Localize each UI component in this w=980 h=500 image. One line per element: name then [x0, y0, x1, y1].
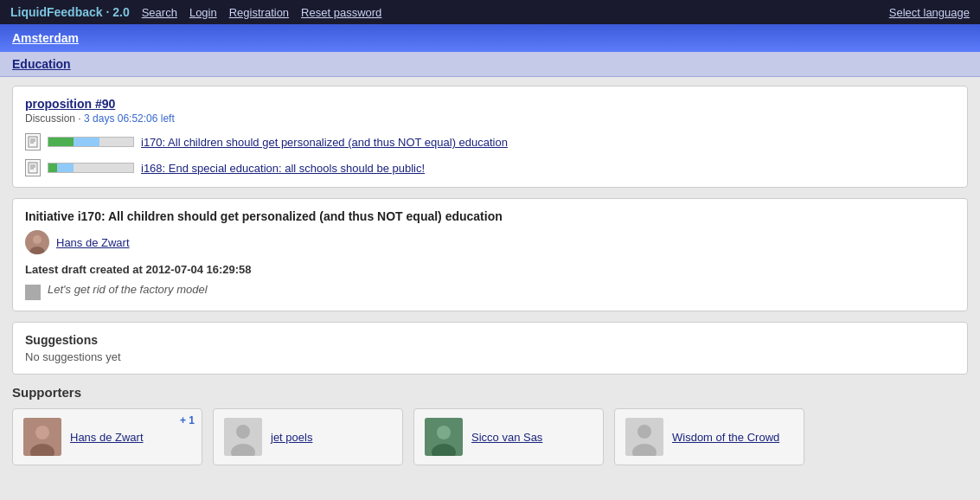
initiative-i170-anchor[interactable]: i170: All children should get personaliz…	[141, 136, 508, 149]
supporter-link-jet[interactable]: jet poels	[271, 431, 312, 444]
supporter-card-sicco: Sicco van Sas	[413, 408, 604, 465]
svg-point-21	[637, 425, 651, 439]
initiative-detail-title: Initiative i170: All children should get…	[25, 209, 955, 223]
supporter-avatar-sicco	[425, 418, 463, 456]
discussion-info: Discussion · 3 days 06:52:06 left	[25, 112, 955, 125]
summary-row: Let's get rid of the factory model	[25, 283, 955, 300]
supporter-avatar-hans	[23, 418, 61, 456]
login-link[interactable]: Login	[189, 6, 217, 19]
proposition-title: proposition #90	[25, 97, 955, 111]
summary-icon	[25, 285, 41, 300]
top-navigation: LiquidFeedback · 2.0 Search Login Regist…	[0, 0, 980, 24]
category-link[interactable]: Education	[12, 57, 71, 71]
proposition-link[interactable]: proposition #90	[25, 97, 115, 111]
suggestions-empty: No suggestions yet	[25, 350, 955, 363]
supporter-card-hans: Hans de Zwart + 1	[12, 408, 202, 465]
summary-text: Let's get rid of the factory model	[48, 283, 208, 296]
supporter-name-jet: jet poels	[271, 431, 312, 444]
author-avatar	[25, 230, 49, 254]
nav-left: LiquidFeedback · 2.0 Search Login Regist…	[10, 5, 381, 19]
city-banner: Amsterdam	[0, 24, 980, 52]
svg-point-9	[33, 235, 42, 244]
city-link[interactable]: Amsterdam	[12, 31, 79, 45]
registration-link[interactable]: Registration	[229, 6, 289, 19]
progress-bar-i168	[48, 163, 134, 173]
suggestions-title: Suggestions	[25, 333, 955, 347]
author-link[interactable]: Hans de Zwart	[56, 236, 130, 249]
time-left: 3 days 06:52:06 left	[84, 112, 175, 125]
supporter-avatar-wisdom	[625, 418, 663, 456]
svg-point-18	[437, 426, 451, 439]
supporters-heading: Supporters	[12, 385, 968, 400]
supporter-badge-hans: + 1	[180, 414, 195, 426]
supporter-link-sicco[interactable]: Sicco van Sas	[471, 431, 542, 444]
supporters-grid: Hans de Zwart + 1 jet poels	[12, 408, 968, 465]
author-row: Hans de Zwart	[25, 230, 955, 254]
supporter-name-wisdom: Wisdom of the Crowd	[672, 431, 779, 444]
initiative-row-i170: i170: All children should get personaliz…	[25, 133, 955, 151]
author-name: Hans de Zwart	[56, 236, 130, 249]
initiative-icon-i168	[25, 159, 41, 176]
initiative-i168-anchor[interactable]: i168: End special education: all schools…	[141, 162, 425, 175]
initiative-link-i170: i170: All children should get personaliz…	[141, 136, 508, 149]
supporter-card-wisdom: Wisdom of the Crowd	[614, 408, 804, 465]
discussion-prefix: Discussion ·	[25, 112, 84, 125]
brand-link[interactable]: LiquidFeedback · 2.0	[10, 5, 130, 19]
initiative-link-i168: i168: End special education: all schools…	[141, 162, 425, 175]
language-select[interactable]: Select language	[889, 6, 970, 19]
supporter-link-hans[interactable]: Hans de Zwart	[70, 431, 144, 444]
category-section: Education	[0, 52, 980, 77]
initiative-icon-i170	[25, 133, 41, 151]
supporter-name-sicco: Sicco van Sas	[471, 431, 542, 444]
supporters-section: Supporters Hans de Zwart + 1	[12, 385, 968, 465]
svg-point-15	[236, 425, 250, 439]
draft-info: Latest draft created at 2012-07-04 16:29…	[25, 263, 955, 276]
supporter-card-jet: jet poels	[213, 408, 403, 465]
progress-bar-i170	[48, 137, 134, 147]
initiative-row-i168: i168: End special education: all schools…	[25, 159, 955, 176]
suggestions-card: Suggestions No suggestions yet	[12, 322, 968, 375]
proposition-card: proposition #90 Discussion · 3 days 06:5…	[12, 86, 968, 188]
supporter-avatar-jet	[224, 418, 262, 456]
initiative-detail-card: Initiative i170: All children should get…	[12, 198, 968, 311]
reset-password-link[interactable]: Reset password	[301, 6, 381, 19]
svg-rect-0	[29, 137, 37, 147]
svg-point-12	[35, 426, 49, 439]
supporter-link-wisdom[interactable]: Wisdom of the Crowd	[672, 431, 779, 444]
search-link[interactable]: Search	[142, 6, 177, 19]
supporter-name-hans: Hans de Zwart	[70, 431, 144, 444]
main-content: proposition #90 Discussion · 3 days 06:5…	[0, 77, 980, 474]
svg-rect-4	[29, 163, 37, 173]
